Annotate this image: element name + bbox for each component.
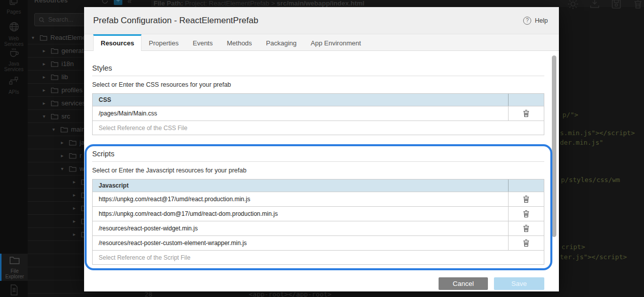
folder-icon — [51, 74, 58, 80]
css-resource-value[interactable]: /pages/Main/Main.css — [93, 110, 508, 117]
refresh-icon[interactable] — [101, 0, 109, 5]
sidebar-item-document[interactable] — [0, 284, 28, 297]
tab-methods[interactable]: Methods — [220, 34, 259, 50]
table-row: https://unpkg.com/react@17/umd/react.pro… — [93, 192, 544, 206]
sidebar-item-label: File Explorer — [2, 268, 28, 279]
chevron-right-icon: ▸ — [73, 205, 78, 211]
folder-icon — [40, 35, 47, 41]
dialog-title: Prefab Configuration - ReactElementPrefa… — [93, 16, 258, 26]
chevron-right-icon: ▸ — [43, 100, 48, 106]
chevron-right-icon: ▸ — [43, 74, 48, 80]
chevron-down-icon: ▾ — [61, 166, 66, 171]
table-row: /resources/react-poster-custom-element-w… — [93, 235, 544, 250]
folder-icon — [51, 61, 58, 67]
file-path-file: src/main/webapp/index.html — [277, 0, 365, 7]
sidebar-item-apis[interactable]: APIs — [0, 76, 28, 95]
chevron-right-icon: ▸ — [43, 61, 48, 67]
trash-icon — [523, 210, 530, 218]
delete-row-button[interactable] — [508, 106, 544, 121]
chevron-right-icon: ▸ — [73, 192, 78, 198]
chevron-right-icon: ▸ — [73, 231, 78, 237]
sidebar-item-web-services[interactable]: Web Services — [0, 21, 28, 47]
save-button[interactable]: Save — [494, 277, 544, 290]
gear-icon[interactable] — [567, 0, 579, 10]
styles-heading: Styles — [92, 64, 544, 76]
dialog-body: Styles Select or Enter the CSS resources… — [84, 51, 559, 290]
script-resource-value[interactable]: /resources/react-poster-widget.min.js — [93, 225, 508, 232]
tree-item-label: src — [61, 112, 70, 120]
chevron-right-icon: ▸ — [43, 48, 48, 53]
folder-icon — [51, 87, 58, 93]
trash-icon[interactable] — [632, 0, 644, 10]
chevron-down-icon: ▾ — [32, 35, 37, 40]
tab-packaging[interactable]: Packaging — [259, 34, 304, 50]
javascript-table: Javascript https://unpkg.com/react@17/um… — [92, 179, 544, 265]
help-button[interactable]: ? Help — [523, 17, 548, 25]
styles-section: Styles Select or Enter the CSS resources… — [92, 64, 544, 135]
tree-item-label: main — [71, 126, 85, 133]
table-row: https://unpkg.com/react-dom@17/umd/react… — [93, 206, 544, 221]
file-path-breadcrumb: File Path: Project: ReactElementPrefab >… — [154, 0, 365, 7]
delete-row-button[interactable] — [508, 236, 544, 250]
code-fragment: cript> — [561, 243, 585, 251]
script-resource-value[interactable]: https://unpkg.com/react@17/umd/react.pro… — [93, 196, 508, 203]
trash-icon — [523, 195, 530, 203]
scripts-heading: Scripts — [92, 150, 544, 162]
tree-item-label: i18n — [61, 60, 74, 68]
editor-toolbar — [567, 0, 644, 10]
left-icon-rail: Pages Web Services Java Services APIs Fi… — [0, 0, 28, 297]
css-column-header: CSS — [93, 96, 508, 103]
tree-item-label: services — [61, 99, 86, 107]
add-button[interactable]: + — [114, 0, 122, 5]
script-resource-value[interactable]: https://unpkg.com/react-dom@17/umd/react… — [93, 210, 508, 217]
trash-icon — [523, 224, 530, 232]
search-icon — [39, 17, 45, 23]
explorer-header: Resources + « — [28, 0, 151, 8]
tab-resources[interactable]: Resources — [93, 34, 141, 51]
prefab-configuration-dialog: Prefab Configuration - ReactElementPrefa… — [84, 7, 559, 291]
code-fragment: p/"> — [562, 111, 578, 118]
folder-icon — [51, 48, 58, 54]
script-resource-value[interactable]: /resources/react-poster-custom-element-w… — [93, 240, 508, 247]
tree-item-label: profiles — [61, 86, 83, 94]
document-icon — [9, 284, 19, 296]
tree-item-label: lib — [61, 73, 68, 81]
tab-properties[interactable]: Properties — [141, 34, 185, 50]
tab-events[interactable]: Events — [186, 34, 220, 50]
actions-column-header — [508, 180, 544, 192]
chevron-right-icon: ▸ — [61, 153, 66, 158]
sidebar-item-file-explorer[interactable]: File Explorer — [0, 254, 28, 281]
code-fragment: s.min.js"></script> — [560, 129, 635, 137]
save-icon[interactable] — [610, 0, 622, 10]
tab-app-environment[interactable]: App Environment — [304, 34, 368, 50]
sidebar-item-pages[interactable]: Pages — [0, 0, 28, 15]
delete-row-button[interactable] — [508, 192, 544, 206]
explorer-title: Resources — [34, 0, 67, 4]
file-path-project: Project: ReactElementPrefab > — [185, 0, 275, 7]
chevron-right-icon: ▸ — [73, 218, 78, 224]
delete-row-button[interactable] — [508, 207, 544, 221]
cancel-button[interactable]: Cancel — [439, 277, 488, 290]
css-table-header: CSS — [93, 94, 544, 106]
delete-row-button[interactable] — [508, 221, 544, 235]
chevron-right-icon: ▸ — [61, 140, 66, 145]
code-fragment: p/styles/css/wm — [561, 176, 620, 184]
help-label: Help — [535, 17, 548, 24]
sidebar-item-java-services[interactable]: Java Services — [0, 47, 28, 72]
trash-icon — [523, 109, 530, 117]
download-icon[interactable] — [589, 0, 601, 10]
folder-icon — [51, 100, 58, 106]
folder-icon — [51, 113, 58, 120]
css-reference-input-row — [93, 121, 544, 135]
tree-item-label: w — [80, 165, 84, 172]
globe-icon — [9, 21, 20, 32]
dialog-scrollbar[interactable] — [552, 55, 556, 237]
folder-icon — [60, 127, 68, 133]
folder-icon — [69, 153, 77, 159]
dialog-header: Prefab Configuration - ReactElementPrefa… — [84, 7, 559, 34]
collapse-panel-icon[interactable]: « — [127, 0, 131, 5]
script-reference-input[interactable] — [93, 254, 544, 261]
css-reference-input[interactable] — [93, 125, 544, 132]
css-table: CSS /pages/Main/Main.css — [92, 93, 544, 135]
dialog-footer: Cancel Save — [92, 277, 544, 290]
